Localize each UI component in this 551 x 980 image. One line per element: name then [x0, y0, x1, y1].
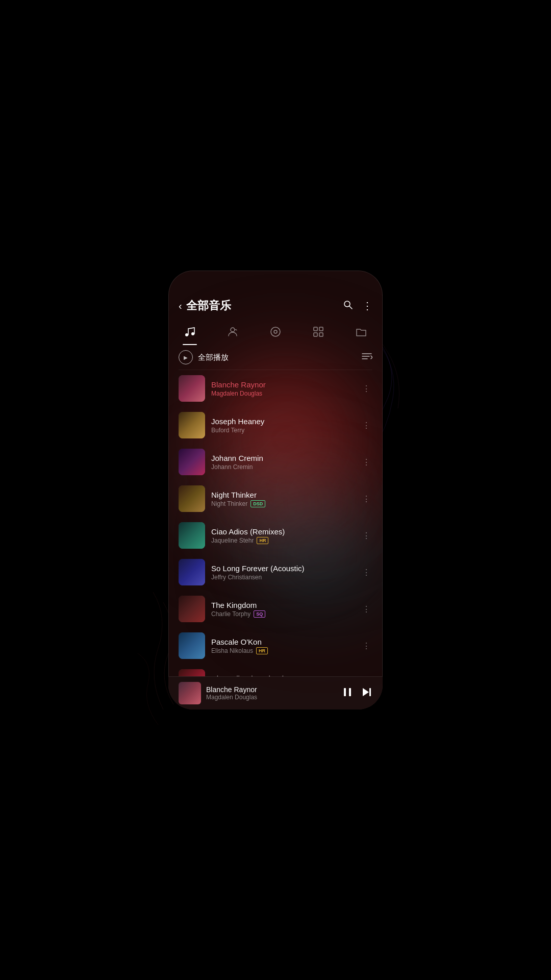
song-artist: Charlie Torphy [211, 610, 251, 618]
tab-playlist-icon [312, 326, 324, 341]
song-title: Joseph Heaney [211, 417, 354, 426]
header-left: ‹ 全部音乐 [179, 298, 231, 313]
more-options-button[interactable]: ⋮ [360, 566, 372, 579]
next-button[interactable] [361, 687, 372, 700]
sort-icon[interactable] [361, 352, 372, 363]
album-art [179, 449, 205, 475]
song-subtitle: Elisha Nikolaus HR [211, 647, 354, 654]
svg-rect-7 [314, 327, 317, 331]
back-button[interactable]: ‹ [179, 300, 182, 312]
tab-active-indicator [183, 344, 197, 345]
search-icon[interactable] [343, 300, 353, 312]
tab-artists[interactable] [218, 322, 247, 345]
more-options-button[interactable]: ⋮ [360, 529, 372, 543]
song-artist: Jeffry Christiansen [211, 574, 262, 581]
now-playing-info: Blanche Raynor Magdalen Douglas [206, 685, 337, 701]
song-info: Ciao Adios (Remixes) Jaqueline Stehr HR [211, 527, 354, 544]
svg-rect-17 [369, 688, 371, 696]
song-info: Night Thinker Night Thinker DSD [211, 491, 354, 507]
page-title: 全部音乐 [186, 298, 231, 313]
more-options-button[interactable]: ⋮ [360, 382, 372, 396]
play-all-label[interactable]: 全部播放 [198, 353, 229, 362]
now-playing-title: Blanche Raynor [206, 685, 337, 694]
song-info: Pascale O'Kon Elisha Nikolaus HR [211, 638, 354, 654]
play-all-button[interactable]: ▶ [179, 350, 193, 364]
now-playing-controls [342, 687, 372, 700]
list-item[interactable]: Joseph Heaney Buford Terry ⋮ [168, 407, 383, 444]
more-options-button[interactable]: ⋮ [360, 419, 372, 432]
album-art [179, 559, 205, 585]
svg-point-4 [231, 328, 235, 332]
song-title: So Long Forever (Acoustic) [211, 564, 354, 573]
quality-badge: HR [257, 537, 268, 544]
album-art [179, 596, 205, 622]
song-artist: Elisha Nikolaus [211, 647, 253, 654]
song-info: Blanche Raynor Magdalen Douglas [211, 380, 354, 397]
tab-songs-icon [184, 326, 196, 341]
now-playing-art [179, 682, 201, 704]
song-artist: Buford Terry [211, 427, 244, 434]
album-art [179, 522, 205, 549]
album-art [179, 375, 205, 402]
song-artist: Magdalen Douglas [211, 390, 262, 397]
song-artist: Night Thinker [211, 500, 247, 507]
song-title: Johann Cremin [211, 454, 354, 462]
more-options-button[interactable]: ⋮ [360, 602, 372, 616]
svg-rect-14 [344, 688, 346, 696]
play-all-bar: ▶ 全部播放 [168, 345, 383, 370]
song-subtitle: Buford Terry [211, 427, 354, 434]
song-title: Pascale O'Kon [211, 638, 354, 646]
tab-playlist[interactable] [304, 322, 333, 345]
svg-rect-9 [314, 333, 317, 336]
song-subtitle: Johann Cremin [211, 463, 354, 471]
svg-line-1 [349, 306, 352, 309]
list-item[interactable]: Johann Cremin Johann Cremin ⋮ [168, 444, 383, 480]
song-info: Joseph Heaney Buford Terry [211, 417, 354, 434]
album-art [179, 632, 205, 659]
list-item[interactable]: Ciao Adios (Remixes) Jaqueline Stehr HR … [168, 517, 383, 554]
album-art [179, 412, 205, 438]
song-subtitle: Magdalen Douglas [211, 390, 354, 397]
list-item[interactable]: Blanche Raynor Magdalen Douglas ⋮ [168, 370, 383, 407]
pause-button[interactable] [342, 687, 353, 700]
song-subtitle: Jeffry Christiansen [211, 574, 354, 581]
song-artist: Jaqueline Stehr [211, 537, 254, 544]
song-subtitle: Night Thinker DSD [211, 500, 354, 507]
song-subtitle: Charlie Torphy SQ [211, 610, 354, 618]
song-title: Blanche Raynor [211, 380, 354, 389]
song-title: Night Thinker [211, 491, 354, 499]
more-options-button[interactable]: ⋮ [360, 455, 372, 469]
song-artist: Johann Cremin [211, 463, 253, 471]
album-art [179, 485, 205, 512]
more-options-button[interactable]: ⋮ [360, 492, 372, 506]
now-playing-bar[interactable]: Blanche Raynor Magdalen Douglas [168, 676, 383, 709]
song-title: Ciao Adios (Remixes) [211, 527, 354, 536]
quality-badge: SQ [254, 610, 265, 618]
tab-bar [168, 320, 383, 345]
tab-artists-icon [227, 326, 239, 341]
song-subtitle: Jaqueline Stehr HR [211, 537, 354, 544]
svg-rect-10 [319, 333, 323, 336]
phone-wrapper: ‹ 全部音乐 ⋮ [138, 245, 413, 735]
svg-rect-5 [271, 327, 280, 336]
list-item[interactable]: Night Thinker Night Thinker DSD ⋮ [168, 480, 383, 517]
more-options-icon[interactable]: ⋮ [362, 300, 372, 312]
header-right: ⋮ [343, 300, 372, 312]
tab-songs[interactable] [176, 322, 204, 345]
song-info: Johann Cremin Johann Cremin [211, 454, 354, 471]
tab-folders[interactable] [347, 322, 375, 345]
list-item[interactable]: LIVE Ciao Adios (Remixes) Willis Osinski… [168, 664, 383, 676]
song-info: So Long Forever (Acoustic) Jeffry Christ… [211, 564, 354, 581]
svg-point-3 [191, 332, 194, 335]
list-item[interactable]: The Kingdom Charlie Torphy SQ ⋮ [168, 591, 383, 627]
tab-albums[interactable] [261, 322, 290, 345]
play-all-left: ▶ 全部播放 [179, 350, 229, 364]
svg-point-0 [344, 301, 350, 307]
list-item[interactable]: Pascale O'Kon Elisha Nikolaus HR ⋮ [168, 627, 383, 664]
tab-albums-icon [269, 326, 282, 341]
list-item[interactable]: So Long Forever (Acoustic) Jeffry Christ… [168, 554, 383, 591]
svg-point-6 [274, 330, 277, 333]
phone-frame: ‹ 全部音乐 ⋮ [168, 271, 383, 709]
more-options-button[interactable]: ⋮ [360, 639, 372, 653]
quality-badge: DSD [251, 500, 265, 507]
